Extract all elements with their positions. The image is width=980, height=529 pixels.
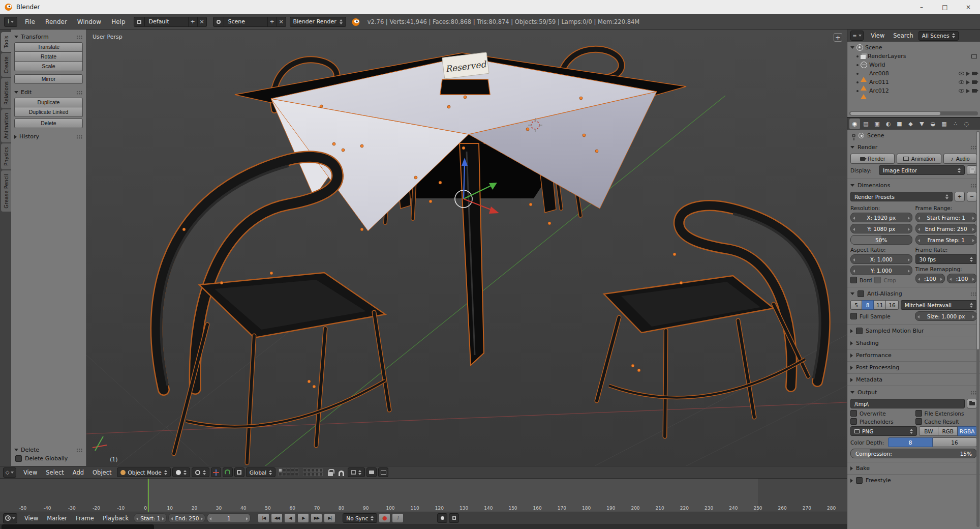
aa-size-field[interactable]: Size: 1.000 px: [915, 311, 977, 321]
tab-texture-icon[interactable]: ▦: [939, 119, 950, 129]
shelf-tab-physics[interactable]: Physics: [1, 143, 11, 169]
maximize-button[interactable]: □: [933, 0, 957, 14]
play-reverse-button[interactable]: ◀: [284, 513, 296, 523]
file-format-dropdown[interactable]: PNG: [850, 426, 917, 436]
layer-toggle[interactable]: [283, 473, 286, 476]
shelf-tab-relations[interactable]: Relations: [1, 78, 11, 108]
outliner-row-scene[interactable]: Scene: [849, 43, 978, 52]
select-menu[interactable]: Select: [42, 469, 67, 476]
tab-render-layers-icon[interactable]: ▤: [861, 119, 871, 129]
visibility-eye-icon[interactable]: [959, 89, 964, 93]
render-animation-button[interactable]: Animation: [897, 154, 941, 164]
panel-header-freestyle[interactable]: Freestyle: [850, 476, 977, 485]
jump-to-end-button[interactable]: ▶|: [324, 513, 335, 523]
panel-header-history[interactable]: History: [14, 133, 83, 140]
color-mode-rgba-button[interactable]: RGBA: [958, 426, 977, 436]
renderability-camera-icon[interactable]: [972, 89, 977, 93]
timeline-view-menu[interactable]: View: [21, 515, 42, 522]
panel-header-metadata[interactable]: Metadata: [850, 375, 977, 385]
editor-type-timeline-icon[interactable]: [3, 513, 17, 523]
panel-header-sampled-motion-blur[interactable]: Sampled Motion Blur: [850, 326, 977, 336]
resolution-y-field[interactable]: Y: 1080 px: [850, 224, 912, 233]
color-mode-bw-button[interactable]: BW: [919, 426, 939, 436]
layer-toggle[interactable]: [279, 468, 282, 472]
scene-delete-button[interactable]: ×: [277, 17, 286, 27]
layer-toggle[interactable]: [279, 473, 282, 476]
menu-help[interactable]: Help: [107, 14, 130, 30]
transform-orientation-dropdown[interactable]: Global: [246, 467, 276, 477]
layer-toggle[interactable]: [315, 473, 319, 476]
layer-toggle[interactable]: [319, 468, 323, 472]
frame-rate-dropdown[interactable]: 30 fps: [915, 254, 977, 264]
screen-layout-browse-icon[interactable]: [134, 17, 145, 27]
panel-header-output[interactable]: Output: [850, 388, 977, 397]
snap-magnet-icon[interactable]: [339, 471, 344, 476]
resolution-x-field[interactable]: X: 1920 px: [850, 213, 912, 222]
visibility-eye-icon[interactable]: [959, 80, 964, 84]
scene-browse-icon[interactable]: [213, 17, 224, 27]
panel-header-transform[interactable]: Transform: [14, 34, 83, 40]
compression-slider[interactable]: Compression: 15%: [850, 449, 977, 458]
outliner-row-arc008[interactable]: Arc008: [849, 69, 978, 78]
outliner-display-mode-dropdown[interactable]: All Scenes: [918, 31, 959, 41]
viewport-shading-dropdown[interactable]: [172, 467, 190, 477]
audio-scrub-icon[interactable]: ♪: [392, 513, 404, 523]
minimize-button[interactable]: –: [910, 0, 933, 14]
editor-type-outliner-icon[interactable]: ≡: [850, 31, 864, 41]
layer-toggle[interactable]: [287, 473, 290, 476]
freestyle-checkbox[interactable]: [856, 477, 863, 484]
pin-icon[interactable]: [852, 134, 855, 137]
delete-globally-checkbox[interactable]: [15, 455, 22, 462]
color-depth-8-button[interactable]: 8: [888, 437, 933, 447]
outliner-view-menu[interactable]: View: [867, 32, 888, 39]
frame-step-field[interactable]: Frame Step: 1: [915, 235, 977, 245]
menu-window[interactable]: Window: [73, 14, 106, 30]
start-frame-field[interactable]: Start: 1: [134, 513, 167, 523]
jump-to-start-button[interactable]: |◀: [258, 513, 269, 523]
object-menu[interactable]: Object: [89, 469, 115, 476]
selectability-icon[interactable]: [966, 80, 970, 84]
tab-render-icon[interactable]: ◉: [849, 119, 860, 129]
color-mode-rgb-button[interactable]: RGB: [938, 426, 958, 436]
render-opengl-anim-icon[interactable]: [378, 467, 388, 477]
drag-dots-icon[interactable]: [76, 135, 83, 139]
overwrite-checkbox[interactable]: [850, 410, 857, 417]
selectability-icon[interactable]: [966, 89, 970, 93]
resolution-percent-slider[interactable]: 50%: [850, 235, 912, 245]
time-remap-old-field[interactable]: :100: [915, 274, 945, 283]
aa-samples-5-button[interactable]: 5: [850, 300, 862, 310]
menu-render[interactable]: Render: [41, 14, 72, 30]
outliner-horizontal-scrollbar[interactable]: [849, 111, 978, 115]
current-frame-line[interactable]: [148, 479, 149, 512]
view-menu[interactable]: View: [20, 469, 41, 476]
panel-header-delete-operator[interactable]: Delete: [14, 447, 83, 453]
screen-layout-name[interactable]: Default: [145, 17, 189, 27]
layer-toggle[interactable]: [291, 473, 294, 476]
translate-button[interactable]: Translate: [14, 42, 83, 52]
layer-toggle[interactable]: [311, 468, 315, 472]
aa-samples-11-button[interactable]: 11: [874, 300, 886, 310]
file-extensions-checkbox[interactable]: [915, 410, 922, 417]
pivot-point-dropdown[interactable]: [192, 467, 209, 477]
outliner-search-menu[interactable]: Search: [890, 32, 917, 39]
shelf-tab-grease-pencil[interactable]: Grease Pencil: [1, 170, 11, 212]
selectability-icon[interactable]: [966, 72, 970, 76]
layer-toggle[interactable]: [291, 468, 294, 472]
duplicate-linked-button[interactable]: Duplicate Linked: [14, 107, 83, 117]
end-frame-field[interactable]: End Frame: 250: [915, 224, 977, 233]
layer-toggle[interactable]: [287, 468, 290, 472]
panel-header-render[interactable]: Render: [850, 142, 977, 152]
rotate-button[interactable]: Rotate: [14, 52, 83, 62]
mirror-button[interactable]: Mirror: [14, 74, 83, 84]
av-sync-dropdown[interactable]: No Sync: [343, 513, 377, 523]
layer-toggle[interactable]: [295, 473, 298, 476]
tab-physics-icon[interactable]: ◌: [961, 119, 972, 129]
panel-header-dimensions[interactable]: Dimensions: [850, 181, 977, 190]
add-menu[interactable]: Add: [69, 469, 87, 476]
panel-header-shading[interactable]: Shading: [850, 338, 977, 348]
drag-dots-icon[interactable]: [76, 448, 83, 452]
tab-object-icon[interactable]: ■: [894, 119, 905, 129]
panel-header-performance[interactable]: Performance: [850, 350, 977, 360]
layer-toggle[interactable]: [307, 468, 311, 472]
browse-folder-button[interactable]: [967, 399, 977, 408]
